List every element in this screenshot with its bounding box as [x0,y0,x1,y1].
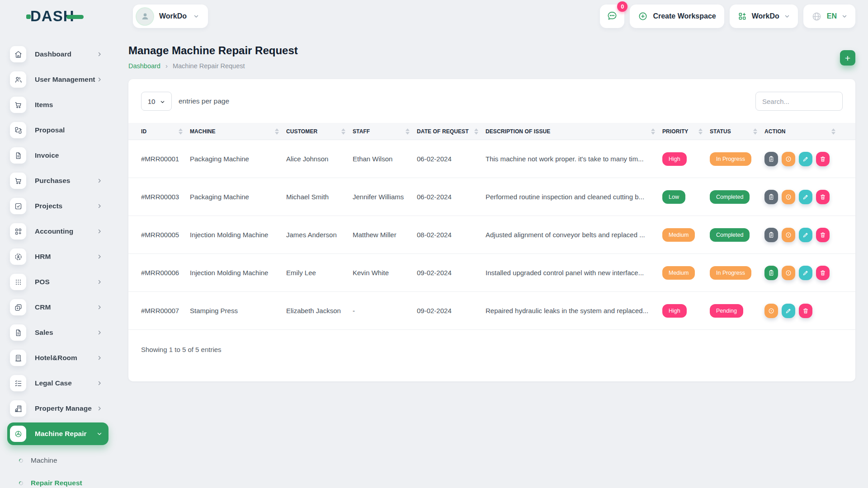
sidebar-item-proposal[interactable]: Proposal [7,117,108,143]
sidebar-item-machine-repair[interactable]: Machine Repair [7,421,108,446]
sort-icon [275,128,279,135]
page-header: Manage Machine Repair Request Dashboard … [128,44,855,70]
language-dropdown[interactable]: EN [803,5,855,28]
sidebar-item-invoice[interactable]: Invoice [7,143,108,168]
view-button[interactable] [764,304,778,318]
sidebar-item-accounting[interactable]: Accounting [7,219,108,244]
clipboard-button[interactable] [764,228,778,242]
cell-id: #MRR00001 [141,155,190,163]
sort-icon [179,128,183,135]
chevron-down-icon [842,14,847,19]
cell-date: 08-02-2024 [417,231,486,239]
search-input[interactable] [755,92,843,111]
table-header: IDMACHINECUSTOMERSTAFFDATE OF REQUESTDES… [128,123,855,140]
sidebar-item-dashboard[interactable]: Dashboard [7,42,108,67]
sidebar-subitem-repair-request[interactable]: Repair Request [7,472,108,488]
main-content: WorkDo 0 Create Workspace WorkDo [116,5,868,381]
column-header-status[interactable]: STATUS [710,128,764,135]
cell-status: Completed [710,190,764,204]
column-header-description-of-issue[interactable]: DESCRIPTION OF ISSUE [486,128,662,135]
edit-button[interactable] [799,152,812,166]
sidebar-item-label: Machine Repair [35,430,87,438]
cell-machine: Packaging Machine [190,155,286,163]
workspace-dropdown[interactable]: WorkDo [730,5,798,28]
messages-button[interactable]: 0 [600,5,624,28]
sidebar-item-projects[interactable]: Projects [7,193,108,219]
edit-button[interactable] [799,190,812,204]
clipboard-button[interactable] [764,190,778,204]
cell-customer: Emily Lee [286,269,353,277]
cell-staff: Ethan Wilson [353,155,417,163]
sidebar-item-pos[interactable]: POS [7,269,108,295]
edit-button[interactable] [782,304,795,318]
sidebar-item-property-manage[interactable]: Property Manage [7,396,108,421]
language-label: EN [827,12,837,20]
view-button[interactable] [782,190,795,204]
breadcrumb-separator: › [165,62,168,70]
column-header-date-of-request[interactable]: DATE OF REQUEST [417,128,486,135]
sidebar-item-hrm[interactable]: HRM [7,244,108,269]
create-workspace-button[interactable]: Create Workspace [630,5,724,28]
edit-button[interactable] [799,228,812,242]
column-header-priority[interactable]: PRIORITY [662,128,710,135]
view-button[interactable] [782,228,795,242]
cell-customer: Alice Johnson [286,155,353,163]
column-header-staff[interactable]: STAFF [353,128,417,135]
workspace-selector[interactable]: WorkDo [133,5,208,28]
column-header-action[interactable]: ACTION [764,128,843,135]
delete-button[interactable] [799,304,812,318]
table-row: #MRR00006Injection Molding MachineEmily … [128,254,855,292]
table-footer: Showing 1 to 5 of 5 entries [128,330,855,369]
app-logo[interactable]: DASH [0,0,116,33]
cell-status: In Progress [710,266,764,280]
breadcrumb-dashboard[interactable]: Dashboard [128,62,160,70]
chevron-right-icon [97,355,102,361]
sidebar-item-user-management[interactable]: User Management [7,67,108,92]
view-button[interactable] [782,152,795,166]
delete-button[interactable] [816,228,830,242]
priority-badge: Medium [662,228,695,242]
status-badge: Completed [710,228,750,242]
avatar [137,8,153,25]
cell-priority: Low [662,190,710,204]
sidebar-item-label: CRM [35,303,51,311]
table-body: #MRR00001Packaging MachineAlice JohnsonE… [128,140,855,330]
messages-count-badge: 0 [617,1,627,12]
delete-button[interactable] [816,152,830,166]
sidebar-item-items[interactable]: Items [7,92,108,117]
entries-select[interactable]: 10 [141,92,172,111]
clipboard-button[interactable] [764,266,778,280]
cell-status: Pending [710,304,764,318]
column-header-id[interactable]: ID [141,128,190,135]
cell-staff: Kevin White [353,269,417,277]
sidebar-item-sales[interactable]: Sales [7,320,108,345]
app-root: DASH DashboardUser ManagementItemsPropos… [0,5,868,381]
sort-icon [651,128,655,135]
column-header-customer[interactable]: CUSTOMER [286,128,353,135]
sidebar-item-hotel-room[interactable]: Hotel&Room [7,345,108,371]
cell-id: #MRR00007 [141,307,190,314]
chevron-down-icon [784,14,790,19]
priority-badge: Low [662,190,685,204]
edit-button[interactable] [799,266,812,280]
column-header-machine[interactable]: MACHINE [190,128,286,135]
chevron-down-icon [97,431,102,436]
priority-badge: High [662,304,687,318]
cart-icon [10,173,26,189]
sidebar-item-crm[interactable]: CRM [7,295,108,320]
sidebar-item-label: Hotel&Room [35,354,77,362]
sidebar-subitem-machine[interactable]: Machine [7,449,108,472]
cell-machine: Packaging Machine [190,193,286,201]
cell-customer: Elizabeth Jackson [286,307,353,314]
add-request-button[interactable]: + [840,50,855,66]
delete-button[interactable] [816,190,830,204]
clipboard-button[interactable] [764,152,778,166]
cell-machine: Injection Molding Machine [190,269,286,277]
sidebar-item-legal-case[interactable]: Legal Case [7,371,108,396]
sidebar-item-purchases[interactable]: Purchases [7,168,108,193]
sidebar-item-label: Legal Case [35,379,72,387]
view-button[interactable] [782,266,795,280]
cell-actions [764,152,843,166]
delete-button[interactable] [816,266,830,280]
bullet-icon [18,480,24,486]
